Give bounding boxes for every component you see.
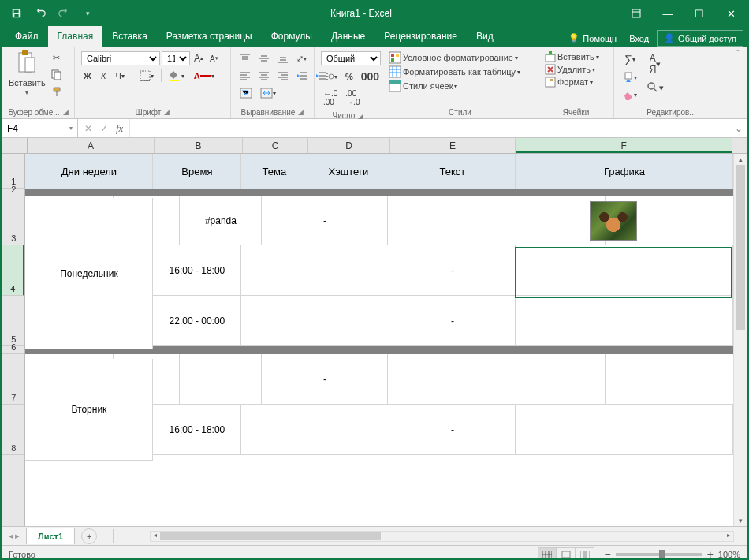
save-icon[interactable] bbox=[6, 4, 28, 23]
col-header-A[interactable]: A bbox=[28, 138, 155, 153]
zoom-slider[interactable] bbox=[616, 553, 702, 556]
font-dialog-icon[interactable]: ◢ bbox=[164, 108, 170, 116]
font-size-select[interactable]: 11 bbox=[162, 51, 190, 65]
bold-button[interactable]: Ж bbox=[81, 69, 94, 82]
cell-B6[interactable] bbox=[153, 346, 241, 354]
cell-B5[interactable]: 22:00 - 00:00 bbox=[153, 296, 241, 346]
autosum-icon[interactable]: ∑▾ bbox=[620, 51, 639, 67]
format-painter-icon[interactable] bbox=[49, 85, 65, 99]
cell-F6[interactable] bbox=[516, 346, 733, 354]
col-header-C[interactable]: C bbox=[243, 138, 309, 153]
horizontal-scrollbar[interactable]: ◂ ▸ bbox=[150, 531, 734, 542]
merge-icon[interactable]: ▾ bbox=[258, 86, 278, 100]
align-top-icon[interactable] bbox=[237, 51, 253, 65]
number-format-select[interactable]: Общий bbox=[321, 51, 381, 65]
align-bottom-icon[interactable] bbox=[275, 51, 291, 65]
cell-D8[interactable] bbox=[307, 405, 389, 455]
fill-color-icon[interactable]: ▾ bbox=[166, 69, 187, 83]
add-sheet-icon[interactable]: + bbox=[81, 528, 97, 544]
sort-filter-icon[interactable]: AЯ▾ bbox=[644, 51, 666, 77]
paste-icon[interactable] bbox=[16, 50, 38, 77]
maximize-icon[interactable]: ☐ bbox=[684, 2, 715, 24]
cell-F1[interactable]: Графика bbox=[516, 154, 733, 189]
increase-decimal-icon[interactable]: ←.0.00 bbox=[321, 88, 340, 108]
format-cells-button[interactable]: Формат▾ bbox=[545, 77, 593, 88]
font-color-icon[interactable]: A ▾ bbox=[192, 69, 217, 82]
underline-button[interactable]: Ч ▾ bbox=[113, 69, 126, 82]
cell-F8[interactable] bbox=[516, 405, 733, 455]
conditional-formatting-button[interactable]: Условное форматирование▾ bbox=[389, 51, 518, 64]
row-header-8[interactable]: 8 bbox=[2, 405, 24, 455]
clipboard-dialog-icon[interactable]: ◢ bbox=[63, 108, 69, 116]
cell-F7[interactable] bbox=[388, 354, 606, 405]
name-box[interactable]: F4▾ bbox=[2, 119, 78, 137]
enter-formula-icon[interactable]: ✓ bbox=[100, 123, 108, 134]
cell-D5[interactable] bbox=[307, 296, 389, 346]
row-header-3[interactable]: 3 bbox=[2, 196, 24, 245]
qat-customize-icon[interactable]: ▾ bbox=[76, 4, 99, 23]
vertical-scrollbar[interactable]: ▴ ▾ bbox=[733, 154, 747, 526]
cell-B1[interactable]: Время bbox=[153, 154, 241, 189]
cell-F4[interactable] bbox=[516, 245, 733, 296]
wrap-text-icon[interactable] bbox=[237, 86, 255, 100]
percent-icon[interactable]: % bbox=[343, 70, 356, 83]
sign-in[interactable]: Вход bbox=[624, 31, 654, 47]
insert-cells-button[interactable]: Вставить▾ bbox=[545, 51, 599, 62]
tab-home[interactable]: Главная bbox=[48, 26, 103, 47]
zoom-thumb[interactable] bbox=[659, 550, 665, 559]
embedded-image-panda[interactable] bbox=[590, 201, 637, 241]
fx-icon[interactable]: fx bbox=[116, 122, 123, 135]
cell-E3[interactable]: - bbox=[262, 196, 388, 245]
tab-view[interactable]: Вид bbox=[467, 26, 503, 47]
redo-icon[interactable] bbox=[53, 4, 75, 23]
format-as-table-button[interactable]: Форматировать как таблицу▾ bbox=[389, 65, 520, 78]
cell-E4[interactable]: - bbox=[389, 245, 516, 296]
zoom-out-icon[interactable]: − bbox=[604, 548, 610, 561]
cell-E6[interactable] bbox=[389, 346, 516, 354]
cell-D2[interactable] bbox=[307, 189, 389, 196]
number-dialog-icon[interactable]: ◢ bbox=[358, 112, 363, 120]
tab-pagelayout[interactable]: Разметка страницы bbox=[157, 26, 262, 47]
col-header-D[interactable]: D bbox=[308, 138, 390, 153]
col-header-E[interactable]: E bbox=[390, 138, 516, 153]
cell-E1[interactable]: Текст bbox=[389, 154, 516, 189]
scroll-down-icon[interactable]: ▾ bbox=[734, 515, 747, 526]
copy-icon[interactable] bbox=[49, 68, 65, 82]
col-header-B[interactable]: B bbox=[155, 138, 243, 153]
cell-E5[interactable]: - bbox=[389, 296, 516, 346]
cancel-formula-icon[interactable]: ✕ bbox=[84, 123, 92, 134]
cell-D4[interactable] bbox=[307, 245, 389, 296]
cell-D7[interactable] bbox=[180, 354, 262, 405]
scroll-right-icon[interactable]: ▸ bbox=[724, 532, 733, 541]
cell-C1[interactable]: Тема bbox=[241, 154, 307, 189]
border-icon[interactable]: ▾ bbox=[137, 69, 156, 83]
cell-A2[interactable] bbox=[25, 189, 153, 196]
cell-C4[interactable] bbox=[241, 245, 307, 296]
cell-C5[interactable] bbox=[241, 296, 307, 346]
cell-C6[interactable] bbox=[241, 346, 307, 354]
row-header-1[interactable]: 1 bbox=[2, 154, 24, 189]
tab-review[interactable]: Рецензирование bbox=[374, 26, 467, 47]
cell-E2[interactable] bbox=[389, 189, 516, 196]
align-middle-icon[interactable] bbox=[256, 51, 272, 65]
cell-F3[interactable] bbox=[388, 196, 606, 245]
share-button[interactable]: 👤Общий доступ bbox=[657, 30, 743, 47]
view-pagebreak-icon[interactable] bbox=[576, 547, 594, 561]
row-header-4[interactable]: 4 bbox=[2, 245, 24, 296]
hscroll-thumb[interactable] bbox=[160, 532, 381, 540]
cell-B2[interactable] bbox=[153, 189, 241, 196]
cut-icon[interactable]: ✂ bbox=[49, 51, 65, 65]
tab-file[interactable]: Файл bbox=[6, 26, 48, 47]
italic-button[interactable]: К bbox=[99, 69, 108, 82]
cell-B4[interactable]: 16:00 - 18:00 bbox=[153, 245, 241, 296]
delete-cells-button[interactable]: Удалить▾ bbox=[545, 64, 595, 75]
cell-C2[interactable] bbox=[241, 189, 307, 196]
cell-A7[interactable]: Вторник bbox=[25, 359, 153, 461]
cell-B8[interactable]: 16:00 - 18:00 bbox=[153, 405, 241, 455]
row-header-7[interactable]: 7 bbox=[2, 354, 24, 405]
orientation-icon[interactable]: ⤢▾ bbox=[294, 52, 309, 65]
select-all-corner[interactable] bbox=[2, 138, 28, 153]
align-right-icon[interactable] bbox=[275, 69, 291, 83]
expand-formula-bar-icon[interactable]: ⌄ bbox=[731, 123, 747, 134]
view-pagelayout-icon[interactable] bbox=[557, 547, 576, 561]
